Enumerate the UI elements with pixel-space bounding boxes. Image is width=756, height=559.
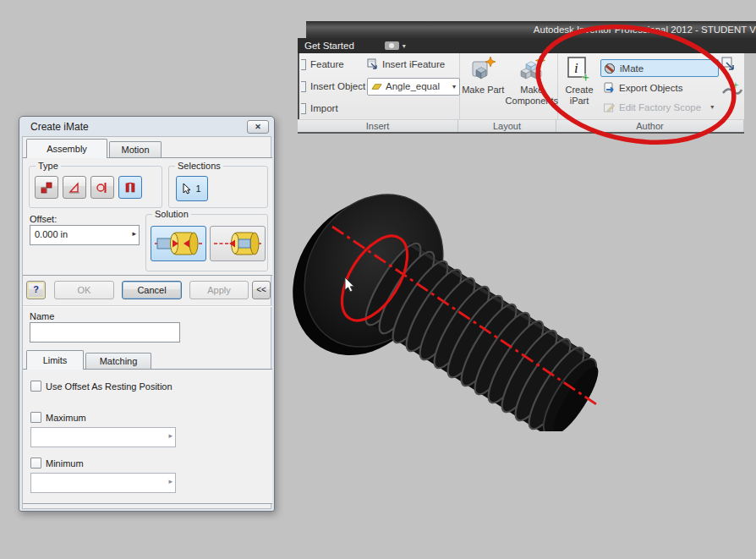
- clipped-next-group: +: [720, 55, 742, 118]
- camera-icon[interactable]: [385, 41, 399, 50]
- tab-get-started[interactable]: Get Started: [298, 41, 361, 51]
- selections-group-label: Selections: [175, 161, 223, 171]
- tangent-type-icon: [96, 181, 109, 195]
- dialog-titlebar[interactable]: Create iMate ✕: [22, 119, 271, 136]
- import-icon: [301, 103, 307, 114]
- screw-shaft[interactable]: [358, 238, 605, 431]
- selection-button[interactable]: 1: [176, 176, 208, 201]
- type-group: Type: [29, 166, 162, 208]
- ok-button[interactable]: OK: [54, 281, 114, 299]
- ribbon-body: Feature Insert iFeature Insert Object An…: [298, 53, 744, 119]
- assembly-tab-page: Type: [23, 157, 272, 276]
- offset-value: 0.000 in: [35, 229, 68, 239]
- ribbon-group-author: i + Create iPart iMate: [558, 53, 743, 119]
- make-components-label: Make Components: [506, 85, 558, 107]
- offset-field[interactable]: 0.000 in ▸: [30, 225, 140, 245]
- angle-type-button[interactable]: [63, 176, 86, 199]
- ribbon-group-insert: Feature Insert iFeature Insert Object An…: [299, 53, 460, 119]
- insert-object-label: Insert Object: [310, 81, 365, 91]
- imate-label: iMate: [620, 63, 644, 74]
- insert-ifeature-button[interactable]: Insert iFeature: [367, 58, 462, 70]
- inventor-window-fragment: Autodesk Inventor Professional 2012 - ST…: [298, 21, 756, 134]
- edit-factory-scope-label: Edit Factory Scope: [619, 102, 701, 112]
- solution-opposed-icon: [153, 228, 204, 259]
- svg-text:+: +: [582, 70, 589, 83]
- create-imate-dialog: Create iMate ✕ Assembly Motion Type: [19, 116, 275, 512]
- solution-group: Solution: [145, 214, 268, 271]
- separator: [23, 305, 272, 307]
- maximum-checkbox[interactable]: [30, 412, 41, 423]
- dialog-client-area: Assembly Motion Type: [22, 136, 271, 509]
- limits-tab-page: Use Offset As Resting Position Maximum ▸…: [23, 369, 272, 504]
- clipped-icons: +: [720, 55, 742, 118]
- close-icon[interactable]: ✕: [247, 120, 269, 134]
- create-ipart-label: Create iPart: [558, 85, 600, 107]
- insert-type-button[interactable]: [118, 176, 142, 199]
- tab-assembly[interactable]: Assembly: [26, 139, 107, 158]
- group-label-author[interactable]: Author: [556, 120, 744, 132]
- minimum-field[interactable]: ▸: [30, 473, 176, 493]
- export-objects-button[interactable]: Export Objects: [600, 79, 719, 96]
- create-ipart-icon: i +: [566, 56, 593, 83]
- help-button[interactable]: ?: [26, 281, 46, 299]
- mate-type-button[interactable]: [35, 176, 58, 199]
- feature-icon: [301, 59, 307, 70]
- insert-type-icon: [123, 181, 137, 195]
- group-label-insert[interactable]: Insert: [298, 120, 458, 132]
- tangent-type-button[interactable]: [90, 176, 114, 199]
- create-ipart-button[interactable]: i + Create iPart: [558, 56, 600, 119]
- flyout-arrow-icon[interactable]: ▸: [168, 477, 173, 485]
- import-button[interactable]: Import: [301, 103, 367, 114]
- make-part-label: Make Part: [462, 85, 504, 96]
- use-offset-checkbox[interactable]: [30, 381, 41, 392]
- feature-label: Feature: [310, 59, 344, 69]
- name-label: Name: [30, 311, 54, 321]
- solution-opposed-button[interactable]: [151, 226, 206, 261]
- insert-object-button[interactable]: Insert Object: [301, 81, 367, 92]
- angle-equal-dropdown[interactable]: Angle_equal ▾: [367, 78, 460, 96]
- solution-group-label: Solution: [152, 209, 191, 219]
- collapse-button[interactable]: <<: [252, 281, 271, 299]
- insert-ifeature-label: Insert iFeature: [382, 59, 445, 69]
- insert-ifeature-icon: [367, 58, 379, 70]
- chevron-down-icon[interactable]: ▾: [403, 42, 406, 50]
- minimum-label: Minimum: [46, 458, 84, 469]
- page-background: { "window": { "title": "Autodesk Invento…: [0, 0, 756, 559]
- type-group-label: Type: [36, 161, 61, 171]
- tab-limits[interactable]: Limits: [26, 350, 84, 370]
- maximum-label: Maximum: [46, 413, 86, 423]
- imate-button[interactable]: iMate: [600, 59, 719, 77]
- imate-icon: [604, 63, 616, 74]
- maximum-field[interactable]: ▸: [30, 427, 176, 447]
- type-buttons: [35, 176, 142, 199]
- make-part-icon: [469, 56, 496, 83]
- use-offset-label: Use Offset As Resting Position: [46, 381, 173, 392]
- minimum-checkbox[interactable]: [30, 458, 41, 469]
- tab-matching[interactable]: Matching: [85, 353, 151, 370]
- selection-count: 1: [195, 184, 200, 194]
- cursor-icon: [183, 183, 193, 195]
- chevron-down-icon: ▾: [710, 103, 714, 111]
- angle-equal-icon: [371, 81, 382, 92]
- name-input[interactable]: [34, 325, 176, 340]
- solution-buttons: [151, 226, 266, 261]
- flyout-arrow-icon[interactable]: ▸: [168, 431, 173, 440]
- ribbon-group-layout: Make Part Make Components: [460, 53, 558, 119]
- ribbon-group-labels: Insert Layout Author: [298, 119, 744, 134]
- window-title: Autodesk Inventor Professional 2012 - ST…: [534, 25, 756, 35]
- screw-model-viewport[interactable]: [288, 178, 626, 431]
- window-titlebar: Autodesk Inventor Professional 2012 - ST…: [306, 21, 756, 38]
- solution-aligned-button[interactable]: [210, 226, 266, 261]
- flyout-arrow-icon[interactable]: ▸: [132, 229, 136, 238]
- edit-factory-scope-button[interactable]: Edit Factory Scope ▾: [600, 98, 719, 116]
- make-components-button[interactable]: Make Components: [507, 56, 557, 119]
- group-label-layout[interactable]: Layout: [458, 120, 556, 132]
- apply-button[interactable]: Apply: [189, 281, 249, 299]
- make-part-button[interactable]: Make Part: [460, 56, 506, 119]
- cancel-button[interactable]: Cancel: [122, 281, 182, 299]
- tab-motion[interactable]: Motion: [109, 141, 162, 158]
- offset-label: Offset:: [30, 214, 57, 224]
- dialog-title: Create iMate: [30, 121, 89, 133]
- feature-button[interactable]: Feature: [301, 59, 367, 70]
- author-stack: iMate Export Objects Edit Factory Scope: [600, 56, 719, 119]
